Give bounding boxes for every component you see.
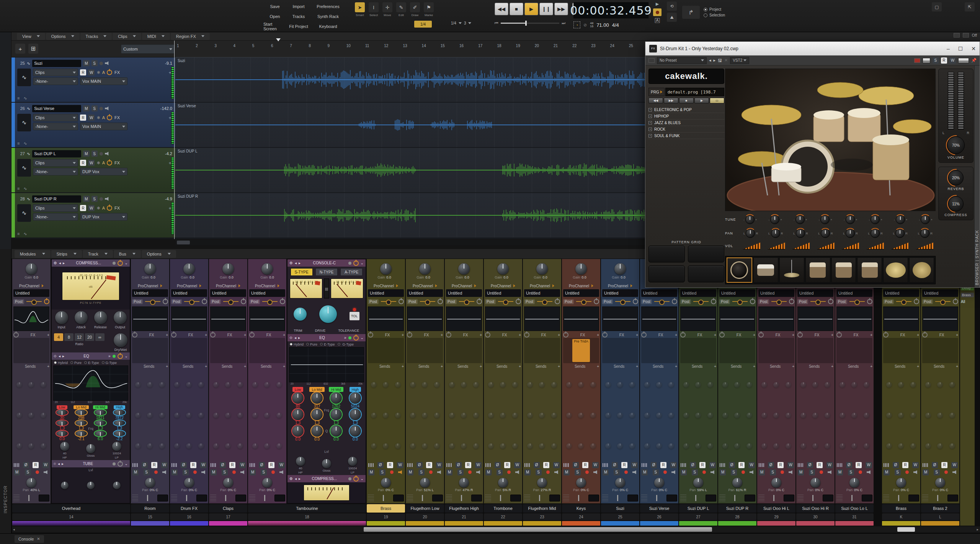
tune-knob[interactable]: -+ (743, 215, 758, 224)
volume-fader[interactable] (531, 495, 548, 501)
console-menu[interactable]: Strips (51, 250, 82, 258)
add-send-icon[interactable]: + (283, 364, 285, 369)
tube-knob[interactable] (87, 482, 95, 489)
drum-volume-slider[interactable] (916, 243, 933, 249)
sync-icon[interactable]: ◔ (573, 21, 580, 28)
phase-button[interactable]: Ø (377, 462, 384, 468)
phase-button[interactable]: Ø (220, 462, 226, 468)
fx-bin[interactable] (883, 338, 919, 363)
close-icon[interactable]: ✕ (37, 537, 40, 541)
prochannel-power-icon[interactable] (399, 299, 404, 304)
band-lvl-knob[interactable] (75, 431, 87, 436)
metronome-icon[interactable]: 🄰 (655, 18, 660, 23)
sends-zone[interactable] (132, 369, 168, 461)
mute-button[interactable]: M (564, 469, 570, 475)
module-enable-dot[interactable] (113, 355, 116, 358)
band-q-knob[interactable] (350, 409, 361, 420)
channel-strip[interactable]: Gain0.0PanC ProChannel Untitled Post FX+… (921, 259, 959, 503)
strip-name[interactable]: Keys (562, 504, 600, 513)
mute-button[interactable]: M (83, 196, 89, 202)
clip-lane[interactable]: Suzi DUP L (175, 148, 646, 192)
post-button[interactable]: Post (171, 299, 182, 304)
arm-button[interactable] (820, 470, 823, 474)
fx-power-icon[interactable] (836, 332, 842, 338)
strip-name[interactable]: Flugelhorn Low (406, 504, 444, 513)
fx-bin[interactable] (719, 338, 755, 363)
fx-power-icon[interactable] (797, 332, 803, 338)
module-power-icon[interactable] (353, 335, 359, 341)
fx-bin[interactable] (132, 338, 168, 363)
freeze-icon[interactable]: ✱ (96, 206, 100, 211)
input-echo-icon[interactable] (279, 470, 285, 474)
arm-button[interactable] (702, 470, 706, 474)
channel-strip[interactable]: Gain0.0 ProChannel Untitled Post FX+ Sen… (131, 259, 169, 503)
plugin-menu-icon[interactable] (648, 58, 655, 63)
input-dropdown[interactable]: -None- (33, 213, 78, 221)
solo-button[interactable]: S (91, 151, 98, 157)
fx-bin[interactable]: FX + (107, 114, 174, 121)
meter-options-icon[interactable] (368, 463, 374, 467)
collapse-icon[interactable]: ⌄ (361, 261, 364, 265)
fx-power-icon[interactable] (883, 332, 889, 338)
pan-knob[interactable] (537, 478, 547, 488)
expand-icon[interactable] (513, 284, 515, 287)
tune-knob[interactable]: -+ (818, 215, 833, 224)
prochannel-power-icon[interactable] (828, 299, 833, 304)
sends-zone[interactable] (368, 369, 404, 461)
add-send-icon[interactable]: + (597, 364, 599, 369)
mute-button[interactable]: M (642, 469, 648, 475)
fx-bin[interactable] (524, 338, 560, 363)
pan-knob[interactable] (459, 478, 469, 488)
mute-button[interactable]: M (132, 469, 139, 475)
write-button[interactable]: W (475, 462, 482, 468)
write-button[interactable]: W (866, 462, 872, 468)
phase-button[interactable]: Ø (181, 462, 187, 468)
mute-button[interactable]: M (837, 469, 843, 475)
track-volume-value[interactable]: -9.1 (165, 61, 174, 66)
read-button[interactable]: R (817, 462, 823, 468)
category-tree-item[interactable]: +SOUL & FUNK (648, 133, 724, 139)
meter-options-icon[interactable] (407, 463, 413, 467)
read-button[interactable]: R (941, 57, 947, 64)
prochannel-power-icon[interactable] (44, 299, 49, 304)
mute-button[interactable]: M (14, 469, 20, 475)
record-mode-button[interactable] (653, 8, 662, 16)
volume-fader[interactable] (375, 495, 392, 501)
arm-button[interactable] (271, 470, 275, 474)
strip-name[interactable]: Suzi DUP R (718, 504, 756, 513)
volume-fader[interactable] (217, 495, 234, 501)
add-send-icon[interactable]: + (519, 364, 521, 369)
solo-button[interactable]: S (91, 105, 98, 111)
fx-bin[interactable] (249, 338, 285, 363)
write-button[interactable]: W (826, 462, 833, 468)
sends-zone[interactable] (680, 369, 716, 461)
add-send-icon[interactable]: + (441, 364, 443, 369)
write-button[interactable]: W (949, 57, 956, 64)
output-dropdown[interactable]: Vox MAIN (80, 77, 127, 85)
meter-options-icon[interactable] (485, 463, 491, 467)
strip-name[interactable]: Suzi Verse (640, 504, 678, 513)
mute-preview-icon[interactable]: ⊘ (583, 23, 587, 28)
post-button[interactable]: Post (641, 299, 652, 304)
fx-bin[interactable] (407, 338, 443, 363)
volume-value-box[interactable] (235, 495, 246, 501)
pattern-slot[interactable] (688, 265, 724, 282)
mute-button[interactable]: M (407, 469, 413, 475)
pin-icon[interactable]: 📌 (971, 58, 977, 63)
volume-fader[interactable] (414, 495, 431, 501)
compress-knob[interactable]: 11% (948, 196, 964, 211)
band-lvl-knob[interactable] (292, 425, 304, 437)
input-echo-icon[interactable] (671, 470, 677, 474)
clip-lane[interactable]: Suzi (175, 57, 646, 102)
channel-strip[interactable]: Gain0.0PanC ProChannel Untitled Post FX+… (882, 259, 920, 503)
volume-fader[interactable] (929, 495, 946, 501)
solo-button[interactable]: S (91, 196, 98, 202)
post-button[interactable]: Post (132, 299, 143, 304)
expand-plus-icon[interactable]: + (648, 134, 652, 138)
read-button[interactable]: R (941, 462, 947, 468)
volume-fader[interactable] (492, 495, 509, 501)
write-button[interactable]: W (42, 462, 49, 468)
pattern-slot[interactable] (648, 265, 685, 282)
arm-button[interactable] (781, 470, 784, 474)
solo-button[interactable]: S (144, 469, 150, 475)
